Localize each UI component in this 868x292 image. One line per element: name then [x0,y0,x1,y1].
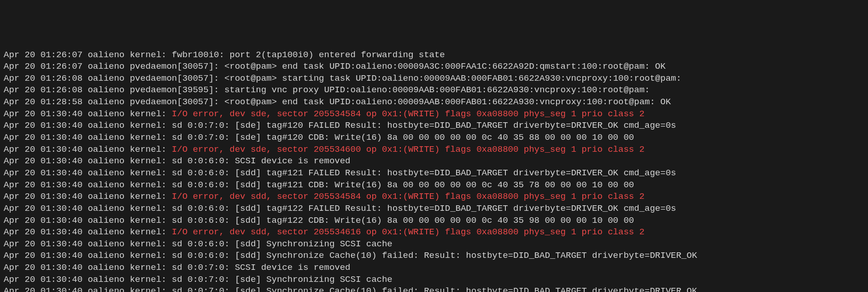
log-error-message: I/O error, dev sdd, sector 205534584 op … [172,191,645,202]
log-line: Apr 20 01:30:40 oalieno kernel: I/O erro… [4,108,864,120]
log-prefix: Apr 20 01:30:40 oalieno kernel: [4,203,172,214]
log-prefix: Apr 20 01:30:40 oalieno kernel: [4,227,172,237]
log-line: Apr 20 01:26:07 oalieno pvedaemon[30057]… [4,61,864,73]
log-message: <root@pam> end task UPID:oalieno:00009AA… [224,97,671,107]
log-message: sd 0:0:6:0: [sdd] tag#122 FAILED Result:… [172,203,676,214]
log-prefix: Apr 20 01:30:40 oalieno kernel: [4,144,172,155]
log-message: sd 0:0:7:0: [sde] Synchronize Cache(10) … [172,286,697,292]
log-message: <root@pam> starting task UPID:oalieno:00… [224,73,681,83]
log-line: Apr 20 01:30:40 oalieno kernel: I/O erro… [4,226,864,238]
log-line: Apr 20 01:30:40 oalieno kernel: sd 0:0:6… [4,179,864,191]
log-error-message: I/O error, dev sde, sector 205534584 op … [172,109,645,119]
log-line: Apr 20 01:30:40 oalieno kernel: I/O erro… [4,144,864,156]
log-message: sd 0:0:6:0: [sdd] tag#121 CDB: Write(16)… [172,180,634,190]
log-prefix: Apr 20 01:30:40 oalieno kernel: [4,262,172,273]
log-prefix: Apr 20 01:26:07 oalieno kernel: [4,50,172,60]
log-prefix: Apr 20 01:30:40 oalieno kernel: [4,250,172,261]
log-line: Apr 20 01:26:07 oalieno kernel: fwbr100i… [4,49,864,61]
log-message: sd 0:0:6:0: [sdd] tag#122 CDB: Write(16)… [172,215,634,226]
log-line: Apr 20 01:30:40 oalieno kernel: sd 0:0:7… [4,120,864,132]
log-prefix: Apr 20 01:26:08 oalieno pvedaemon[39595]… [4,85,224,95]
log-message: sd 0:0:6:0: [sdd] Synchronize Cache(10) … [172,250,697,261]
log-prefix: Apr 20 01:26:08 oalieno pvedaemon[30057]… [4,73,224,83]
log-message: starting vnc proxy UPID:oalieno:00009AAB… [224,85,650,95]
log-prefix: Apr 20 01:30:40 oalieno kernel: [4,274,172,285]
log-line: Apr 20 01:26:08 oalieno pvedaemon[39595]… [4,84,864,96]
log-message: sd 0:0:7:0: [sde] tag#120 CDB: Write(16)… [172,132,634,143]
log-message: <root@pam> end task UPID:oalieno:00009A3… [224,61,666,72]
log-line: Apr 20 01:30:40 oalieno kernel: sd 0:0:6… [4,167,864,179]
log-message: sd 0:0:7:0: SCSI device is removed [172,262,351,273]
log-line: Apr 20 01:30:40 oalieno kernel: sd 0:0:6… [4,215,864,227]
log-prefix: Apr 20 01:30:40 oalieno kernel: [4,286,172,292]
log-message: sd 0:0:6:0: SCSI device is removed [172,156,351,166]
log-prefix: Apr 20 01:26:07 oalieno pvedaemon[30057]… [4,61,224,72]
log-line: Apr 20 01:30:40 oalieno kernel: sd 0:0:7… [4,132,864,144]
log-message: sd 0:0:7:0: [sde] tag#120 FAILED Result:… [172,120,676,131]
log-prefix: Apr 20 01:30:40 oalieno kernel: [4,168,172,178]
log-line: Apr 20 01:30:40 oalieno kernel: sd 0:0:6… [4,250,864,262]
terminal-log-output: Apr 20 01:26:07 oalieno kernel: fwbr100i… [4,49,864,292]
log-line: Apr 20 01:30:40 oalieno kernel: sd 0:0:6… [4,155,864,167]
log-prefix: Apr 20 01:30:40 oalieno kernel: [4,215,172,226]
log-message: fwbr100i0: port 2(tap100i0) entered forw… [172,50,445,60]
log-prefix: Apr 20 01:30:40 oalieno kernel: [4,180,172,190]
log-line: Apr 20 01:30:40 oalieno kernel: sd 0:0:6… [4,238,864,250]
log-line: Apr 20 01:30:40 oalieno kernel: I/O erro… [4,191,864,203]
log-prefix: Apr 20 01:30:40 oalieno kernel: [4,109,172,119]
log-error-message: I/O error, dev sdd, sector 205534616 op … [172,227,645,237]
log-prefix: Apr 20 01:28:58 oalieno pvedaemon[30057]… [4,97,224,107]
log-line: Apr 20 01:30:40 oalieno kernel: sd 0:0:7… [4,286,864,292]
log-error-message: I/O error, dev sde, sector 205534600 op … [172,144,645,155]
log-line: Apr 20 01:30:40 oalieno kernel: sd 0:0:6… [4,203,864,215]
log-line: Apr 20 01:26:08 oalieno pvedaemon[30057]… [4,73,864,85]
log-prefix: Apr 20 01:30:40 oalieno kernel: [4,120,172,131]
log-line: Apr 20 01:30:40 oalieno kernel: sd 0:0:7… [4,274,864,286]
log-prefix: Apr 20 01:30:40 oalieno kernel: [4,156,172,166]
log-message: sd 0:0:6:0: [sdd] Synchronizing SCSI cac… [172,239,393,249]
log-prefix: Apr 20 01:30:40 oalieno kernel: [4,132,172,143]
log-prefix: Apr 20 01:30:40 oalieno kernel: [4,239,172,249]
log-line: Apr 20 01:28:58 oalieno pvedaemon[30057]… [4,96,864,108]
log-prefix: Apr 20 01:30:40 oalieno kernel: [4,191,172,202]
log-message: sd 0:0:7:0: [sde] Synchronizing SCSI cac… [172,274,393,285]
log-line: Apr 20 01:30:40 oalieno kernel: sd 0:0:7… [4,262,864,274]
log-message: sd 0:0:6:0: [sdd] tag#121 FAILED Result:… [172,168,676,178]
